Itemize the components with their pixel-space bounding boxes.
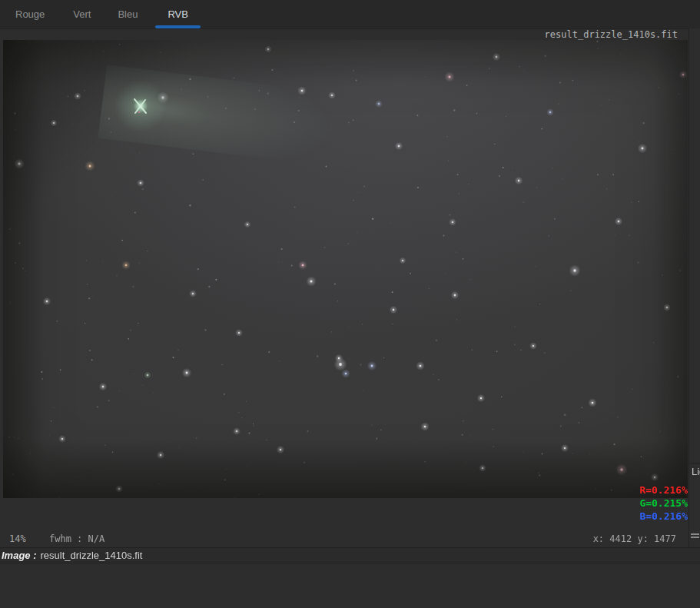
pixel-value-blue: B=0.216% bbox=[595, 511, 688, 522]
zoom-level: 14% bbox=[9, 533, 26, 544]
image-filename-header: result_drizzle_1410s.fit bbox=[545, 29, 678, 40]
siril-window: Rouge Vert Bleu RVB result_drizzle_1410s… bbox=[0, 0, 700, 608]
image-name-row: Image : result_drizzle_1410s.fit bbox=[0, 547, 700, 563]
comet-starfield-image[interactable] bbox=[3, 40, 688, 498]
channel-tabbar: Rouge Vert Bleu RVB bbox=[0, 0, 700, 28]
image-label: Image : bbox=[2, 550, 37, 561]
image-filename: result_drizzle_1410s.fit bbox=[41, 550, 143, 561]
tab-vert[interactable]: Vert bbox=[73, 0, 91, 28]
pane-resize-grip[interactable] bbox=[691, 533, 699, 540]
right-panel-clipped-label: Lig bbox=[692, 466, 700, 477]
image-viewport[interactable] bbox=[3, 40, 688, 498]
cursor-coordinates: x: 4412 y: 1477 bbox=[593, 533, 676, 544]
tab-rouge[interactable]: Rouge bbox=[15, 0, 45, 28]
tab-rvb[interactable]: RVB bbox=[168, 0, 188, 28]
right-panel-strip[interactable]: Lig bbox=[688, 28, 700, 547]
tab-bleu[interactable]: Bleu bbox=[118, 0, 138, 28]
right-panel-separator bbox=[689, 463, 700, 463]
fwhm-status: fwhm : N/A bbox=[49, 533, 105, 544]
image-title-bar: result_drizzle_1410s.fit bbox=[0, 28, 688, 40]
pixel-value-red: R=0.216% bbox=[595, 485, 688, 496]
pixel-value-green: G=0.215% bbox=[595, 498, 688, 509]
stretch-toolbar: Min/Max MIPS-LO/HI Utilisateur Auto ajus… bbox=[0, 563, 700, 608]
